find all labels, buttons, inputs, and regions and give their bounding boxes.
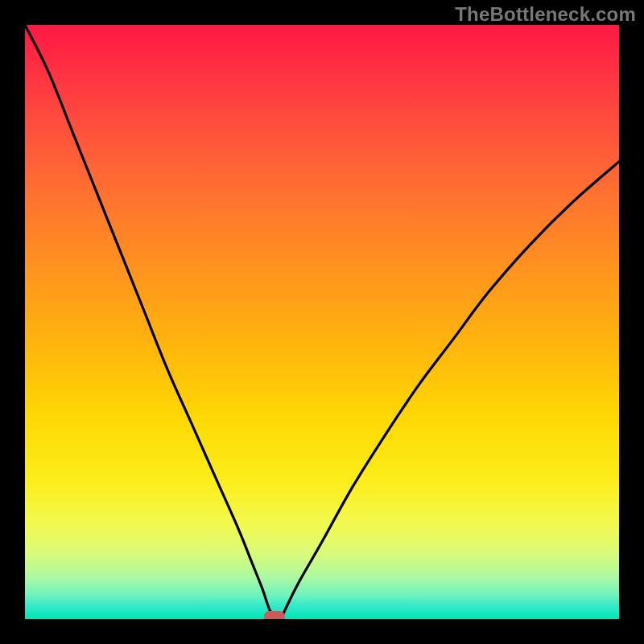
bottleneck-curve xyxy=(25,25,619,619)
watermark-text: TheBottleneck.com xyxy=(455,3,636,26)
plot-area xyxy=(25,25,619,619)
optimum-marker xyxy=(264,611,285,619)
chart-frame: TheBottleneck.com xyxy=(0,0,644,644)
